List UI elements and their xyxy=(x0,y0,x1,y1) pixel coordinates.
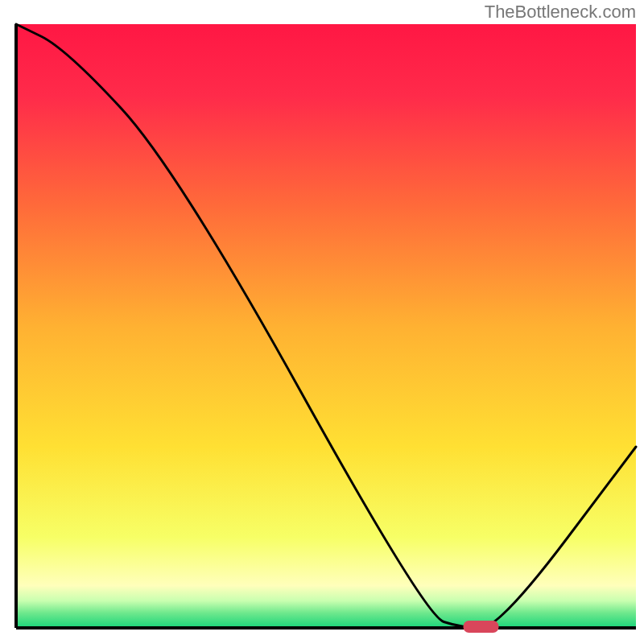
plot-background xyxy=(16,24,636,628)
optimal-marker xyxy=(464,621,499,633)
bottleneck-chart: TheBottleneck.com xyxy=(0,0,644,644)
chart-svg xyxy=(0,0,644,644)
attribution-label: TheBottleneck.com xyxy=(485,2,636,23)
